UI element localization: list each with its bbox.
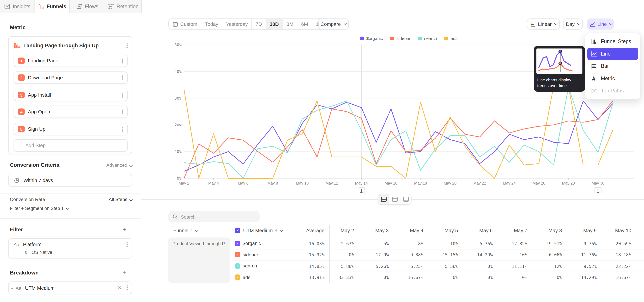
close-icon[interactable]: ✕ <box>118 285 122 290</box>
table-cell: 20.59% <box>597 241 631 246</box>
tab-retention[interactable]: Retention <box>105 0 142 13</box>
y-axis-label: 10% <box>174 149 182 154</box>
chevron-down-icon <box>66 206 69 210</box>
kebab-menu-icon[interactable] <box>122 94 123 96</box>
kebab-menu-icon[interactable] <box>126 244 128 245</box>
compare-button[interactable]: Compare <box>318 18 349 30</box>
row-checkbox-$organic[interactable]: ✓ <box>235 240 240 246</box>
add-breakdown-button[interactable]: + <box>122 269 126 276</box>
menu-item-funnel-steps[interactable]: Funnel Steps <box>587 36 638 48</box>
row-checkbox-sidebar[interactable]: ✓ <box>235 252 240 257</box>
split-view-toggle[interactable] <box>378 194 390 204</box>
chart-view-toggle[interactable] <box>390 194 400 204</box>
filter-card[interactable]: Aa Platform Is iOS Native <box>8 238 132 258</box>
granularity-dropdown[interactable]: Day <box>563 18 583 30</box>
range-yesterday[interactable]: Yesterday <box>222 19 252 29</box>
table-view-toggle[interactable] <box>400 194 411 204</box>
table-cell: 0% <box>458 264 493 268</box>
funnel-column-header[interactable]: Funnel1 <box>173 225 198 236</box>
step-number-badge: 4 <box>18 108 25 115</box>
y-axis-label: 30% <box>174 96 182 100</box>
range-6m[interactable]: 6M <box>298 19 312 29</box>
table-cell: 11.76% <box>562 252 597 257</box>
menu-item-bar[interactable]: Bar <box>587 60 638 72</box>
chevron-down-icon <box>577 22 580 25</box>
tab-insights[interactable]: Insights <box>0 0 35 13</box>
select-all-checkbox[interactable]: ✓ <box>235 228 240 233</box>
x-axis-label: May 4 <box>208 181 219 186</box>
clock-icon <box>14 177 20 184</box>
table-cell: 0% <box>458 275 493 280</box>
range-3m[interactable]: 3M <box>283 19 298 29</box>
kebab-menu-icon[interactable] <box>122 77 123 78</box>
conversion-window[interactable]: Within 7 days <box>8 174 132 186</box>
table-cell: 10% <box>493 252 527 257</box>
funnel-step-2[interactable]: 2 Download Page <box>14 72 128 84</box>
table-cell: 9.52% <box>562 264 597 268</box>
filter-segment-dropdown[interactable]: Filter + Segment on Step 1 <box>10 206 69 211</box>
kebab-menu-icon[interactable] <box>122 128 123 130</box>
annotation-marker[interactable]: 1 <box>358 188 365 193</box>
menu-item-line[interactable]: Line <box>587 48 638 60</box>
y-axis-label: 0% <box>177 176 182 180</box>
row-label: ads <box>243 275 250 280</box>
scale-dropdown[interactable]: Linear <box>527 18 560 30</box>
y-axis-label: 50% <box>174 42 182 47</box>
series-line-search[interactable] <box>184 88 613 178</box>
line-chart-icon <box>589 21 595 27</box>
range-30d[interactable]: 30D <box>266 19 283 29</box>
date-column-header: May 3 <box>354 228 389 234</box>
funnels-icon <box>38 4 44 10</box>
funnel-step-3[interactable]: 3 App Install <box>14 89 128 101</box>
row-label: sidebar <box>243 252 258 257</box>
add-filter-button[interactable]: + <box>122 226 126 233</box>
table-cell: 33.33% <box>320 275 354 280</box>
step-number-badge: 3 <box>18 92 25 98</box>
chart-type-dropdown[interactable]: Line <box>587 18 614 30</box>
report-tabs: Insights Funnels Flows <box>0 0 142 13</box>
tab-flows[interactable]: Flows <box>70 0 105 13</box>
step-label: App Open <box>28 109 50 114</box>
kebab-menu-icon[interactable] <box>122 111 123 112</box>
annotation-marker[interactable]: 1 <box>595 188 601 193</box>
chart-view-icon <box>392 196 398 202</box>
breakdown-card[interactable]: ≡ Aa UTM Medium ✕ <box>8 282 132 294</box>
table-search-input[interactable]: Search <box>168 211 260 222</box>
x-axis-label: May 18 <box>414 181 427 186</box>
range-custom[interactable]: Custom <box>169 19 202 29</box>
row-checkbox-search[interactable]: ✓ <box>235 263 240 268</box>
table-cell: 19.51% <box>528 241 562 246</box>
chevron-down-icon <box>129 198 133 202</box>
funnel-step-1[interactable]: 1 Landing Page <box>14 55 128 67</box>
conversion-rate-dropdown[interactable]: All Steps <box>109 197 132 202</box>
breakdown-column-header[interactable]: ✓ UTM Medium 4 <box>235 225 282 236</box>
step-number-badge: 2 <box>18 74 25 81</box>
row-checkbox-ads[interactable]: ✓ <box>235 274 240 280</box>
top-paths-icon <box>591 88 597 94</box>
kebab-menu-icon[interactable] <box>126 287 128 288</box>
menu-item-top-paths[interactable]: Top Paths <box>587 84 638 97</box>
filter-value[interactable]: iOS Native <box>31 250 52 255</box>
drag-handle-icon[interactable]: ≡ <box>11 286 14 290</box>
funnel-step-4[interactable]: 4 App Open <box>14 106 128 118</box>
x-axis-label: May 16 <box>384 181 397 186</box>
breakdown-table: Funnel1 ✓ UTM Medium 4 AverageMay 2May 3… <box>168 225 644 283</box>
divider <box>0 218 141 218</box>
breakdown-property: UTM Medium <box>25 285 54 290</box>
range-7d[interactable]: 7D <box>252 19 266 29</box>
table-cell: 6.06% <box>528 252 562 257</box>
funnel-step-5[interactable]: 5 Sign Up <box>14 123 128 135</box>
advanced-dropdown[interactable]: Advanced <box>106 162 132 168</box>
series-line-ads[interactable] <box>184 86 613 178</box>
menu-item-metric[interactable]: # Metric <box>587 72 638 84</box>
average-cell: 14.85% <box>284 264 324 268</box>
table-cell: 18.18% <box>597 252 631 257</box>
range-today[interactable]: Today <box>202 19 222 29</box>
funnel-group-cell[interactable]: Product Viewed through P... <box>168 238 230 283</box>
filter-operator[interactable]: Is <box>24 250 27 255</box>
kebab-menu-icon[interactable] <box>122 60 123 62</box>
table-cell: 9.38% <box>389 252 424 257</box>
kebab-menu-icon[interactable] <box>126 45 128 46</box>
tab-funnels[interactable]: Funnels <box>35 0 70 13</box>
add-step-button[interactable]: + Add Step <box>14 139 128 152</box>
